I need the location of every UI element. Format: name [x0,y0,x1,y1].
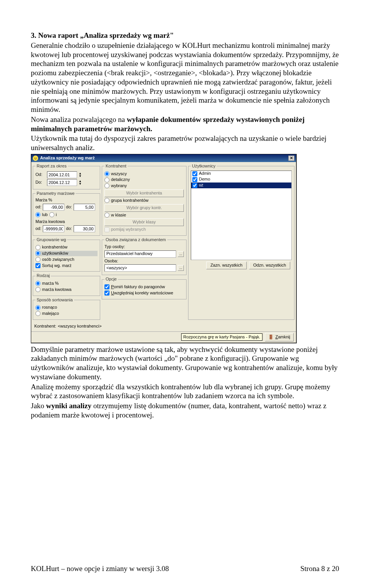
para-3: Użytkownik ma tutaj do dyspozycji zakres… [31,134,339,152]
fieldset-parametry-marzowe: Parametry marżowe Marża % od: do: lub i … [33,191,100,236]
do-label: Do: [35,180,45,185]
para-2: Nowa analiza pozwalającego na wyłapanie … [31,115,339,133]
btn-wybor-klasy[interactable]: Wybór klasy [104,218,184,226]
marza-pct-label: Marża % [35,198,98,203]
para-6a: Jako [31,402,46,410]
radio-osob[interactable]: osób związanych [35,257,98,262]
marz-kw-od-input[interactable] [43,225,64,232]
fieldset-kontrahent: Kontrahent wszyscy detaliczny wybrany Wy… [102,164,187,236]
para-6b: wyniki analizy [46,402,92,410]
typ-osoby-select[interactable]: Przedstawiciel handlowy [104,250,176,258]
check-pomijaj-wybranych[interactable]: pomijaj wybranych [104,227,184,232]
legend-sort: Sposób sortowania [35,297,74,303]
list-item: Demo [191,177,291,182]
close-icon[interactable]: ✕ [288,155,294,161]
kontr-footer-label: Kontrahent: [34,324,56,329]
typ-osoby-label: Typ osoby: [104,244,184,250]
btn-wybor-kontrahenta[interactable]: Wybór kontrahenta [104,189,184,197]
marz-od-label: od: [35,204,41,210]
list-item: Admin [191,171,291,177]
radio-marza-pct[interactable]: marża % [35,281,98,286]
user-list[interactable]: Admin Demo uz [191,171,292,260]
radio-rosnaco[interactable]: rosnąco [35,305,98,310]
para-4: Domyślnie parametry marżowe ustawione są… [31,345,339,382]
radio-lub[interactable]: lub [35,212,48,218]
osoba-value: <wszyscy> [106,265,127,271]
para-1: Generalnie chodziło o uzupełnienie dział… [31,41,339,114]
para-2a: Nowa analiza pozwalającego na [31,115,127,123]
radio-i[interactable]: i [49,212,57,218]
dialog-title: Analiza sprzedaży wg marż [40,155,95,161]
btn-zamknij[interactable]: 🚪 Zamknij [265,333,294,341]
radio-w-klasie[interactable]: w klasie [104,213,184,218]
fieldset-raport-okres: Raport za okres Od: ▲▼ Do: ▲▼ [33,164,100,189]
osoba-select[interactable]: <wszyscy> [104,264,176,272]
legend-kontrahent: Kontrahent [104,164,128,169]
smiley-icon: ☺ [33,155,38,161]
date-updown-icon[interactable]: ▲▼ [79,180,82,185]
marza-kwotowa-label: Marża kwotowa [35,219,98,225]
legend-osoba: Osoba związana z dokumentem [104,237,167,243]
fieldset-osoba: Osoba związana z dokumentem Typ osoby: P… [102,237,187,275]
fieldset-opcje: Opcje Pomiń faktury do paragonów Uwzględ… [102,277,187,299]
fieldset-rodzaj: Rodzaj marża % marża kwotowa [33,273,100,296]
marz-do-label: do: [66,204,72,210]
legend-raport: Raport za okres [35,164,68,169]
legend-opcje: Opcje [104,277,118,282]
footer-left: KOLHurt – nowe opcje i zmiany w wersji 3… [31,564,169,573]
marz-pct-od-input[interactable] [43,204,64,211]
kontrahent-footer-line: Kontrahent: <wszyscy kontrahenci> [31,321,296,331]
check-uwzgledniaj-korekty[interactable]: Uwzględniaj korekty wartościowe [104,291,184,296]
radio-wszyscy[interactable]: wszyscy [104,171,184,177]
typ-osoby-value: Przedstawiciel handlowy [106,251,153,257]
check-sortuj-marz[interactable]: Sortuj wg. marż [35,263,98,269]
radio-wybrany[interactable]: wybrany [104,183,184,189]
date-od-input[interactable] [47,171,77,178]
osoba-label: Osoba: [104,259,184,264]
dialog-analiza: ☺ Analiza sprzedaży wg marż ✕ Raport za … [31,154,297,343]
radio-kontrahentow[interactable]: kontrahentów [35,245,98,250]
radio-malejaco[interactable]: malejąco [35,311,98,316]
fieldset-grupowanie: Grupowanie wg kontrahentów użytkowników … [33,237,100,272]
fieldset-sposob-sortowania: Sposób sortowania rosnąco malejąco [33,297,100,320]
btn-zazn-wszystkich[interactable]: Zazn. wszystkich [206,262,247,269]
radio-grupa-kontrahentow[interactable]: grupa kontrahentów [104,198,184,203]
radio-uzytkownikow[interactable]: użytkowników [35,251,98,256]
legend-rodzaj: Rodzaj [35,273,51,279]
radio-detaliczny[interactable]: detaliczny [104,177,184,182]
date-updown-icon[interactable]: ▲▼ [79,172,82,177]
marzkw-od-label: od: [35,226,41,231]
para-5: Analizę możemy sporządzić dla wszystkich… [31,382,339,401]
od-label: Od: [35,172,45,177]
page-footer: KOLHurt – nowe opcje i zmiany w wersji 3… [31,564,339,573]
legend-group: Grupowanie wg [35,237,67,243]
radio-marza-kwotowa[interactable]: marża kwotowa [35,287,98,292]
osoba-ellipsis-button[interactable]: ... [178,265,184,271]
check-pomin-faktury[interactable]: Pomiń faktury do paragonów [104,284,184,290]
marz-kw-do-input[interactable] [74,225,95,232]
marzkw-do-label: do: [66,226,72,231]
btn-wybor-grupy[interactable]: Wybór grupy kontr. [104,204,184,212]
marz-pct-do-input[interactable] [74,204,95,211]
btn-odzn-wszystkich[interactable]: Odzn. wszystkich [249,262,290,269]
dialog-statusbar: Rozpoczyna grę w karty Pasjans - Pająk. … [31,331,296,343]
list-item: uz [191,182,291,188]
date-do-input[interactable] [47,179,77,186]
legend-users: Użytkownicy [191,164,217,169]
para-6: Jako wyniki analizy otrzymujemy listę do… [31,401,339,420]
footer-right: Strona 8 z 20 [300,564,339,573]
door-icon: 🚪 [268,335,274,340]
tooltip-text: Rozpoczyna grę w karty Pasjans - Pająk. [181,333,263,341]
section-heading: 3. Nowa raport „Analiza sprzedaży wg mar… [31,31,339,40]
kontr-footer-value: <wszyscy kontrahenci> [58,324,102,329]
titlebar[interactable]: ☺ Analiza sprzedaży wg marż ✕ [31,154,296,162]
legend-marz: Parametry marżowe [35,191,76,196]
fieldset-uzytkownicy: Użytkownicy Admin Demo uz Zazn. wszystki… [188,164,294,320]
typ-osoby-ellipsis-button[interactable]: ... [178,251,184,257]
